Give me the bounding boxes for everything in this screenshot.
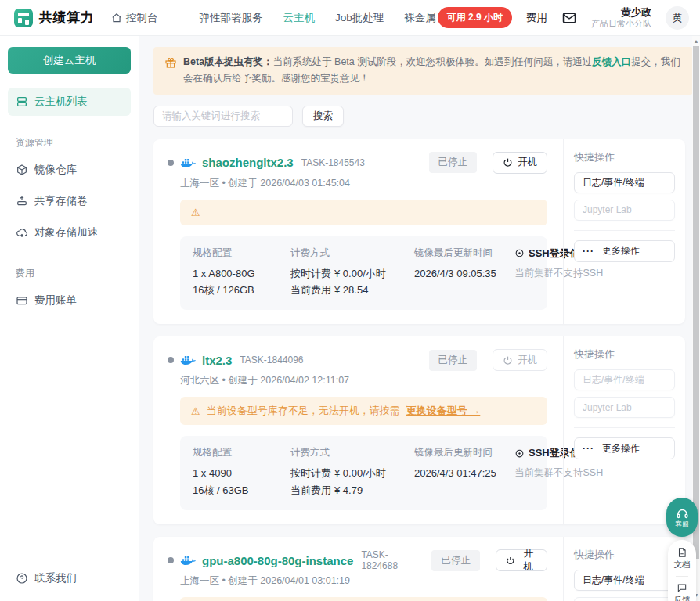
sidebar-item-fee-bill[interactable]: 费用账单 <box>8 286 131 315</box>
status-dot <box>168 160 174 166</box>
nav-job-batch[interactable]: Job批处理 <box>335 11 384 25</box>
docker-whale-icon <box>180 157 196 169</box>
home-icon <box>111 13 122 23</box>
contact-us-link[interactable]: 联系我们 <box>8 571 85 585</box>
feedback-float-button[interactable]: 反馈 <box>674 582 691 601</box>
message-icon[interactable] <box>561 10 577 26</box>
ellipsis-icon: ··· <box>583 443 594 454</box>
power-on-button[interactable]: 开机 <box>496 549 547 571</box>
docs-float-button[interactable]: 文档 <box>674 547 691 570</box>
quick-action-button[interactable]: Jupyter Lab <box>574 597 675 601</box>
create-vm-button[interactable]: 创建云主机 <box>8 47 131 74</box>
nav-cloud-host[interactable]: 云主机 <box>283 11 316 25</box>
quick-ops-panel: 快捷操作 日志/事件/终端Jupyter Lab ··· 更多操作 <box>563 336 685 524</box>
header-right: 可用 2.9 小时 费用 黄少政 产品日常小分队 黄 <box>438 6 689 30</box>
image-time-column: 镜像最后更新时间 2026/4/3 01:47:25 <box>414 446 508 498</box>
change-device-type-link[interactable]: 更换设备型号 → <box>406 404 481 418</box>
brand-logo-text: 共绩算力 <box>39 9 94 27</box>
vm-name[interactable]: shaozhengltx2.3 <box>202 156 294 169</box>
nav-elastic-deploy[interactable]: 弹性部署服务 <box>200 11 263 25</box>
scrollbar-thumb[interactable] <box>693 46 699 559</box>
quick-ops-title: 快捷操作 <box>574 548 675 562</box>
sidebar-item-image-repo[interactable]: 镜像仓库 <box>8 156 131 184</box>
sidebar-item-shared-volume[interactable]: 共享存储卷 <box>8 187 131 215</box>
warning-triangle-icon: ⚠ <box>191 405 200 417</box>
search-row: 搜索 <box>153 106 693 127</box>
billing-column: 计费方式 按时计费¥ 0.00/小时当前费用¥ 4.79 <box>290 446 408 498</box>
gift-icon <box>164 56 177 69</box>
user-name: 黄少政 <box>591 6 651 19</box>
sidebar-item-object-storage[interactable]: 对象存储加速 <box>8 218 131 247</box>
power-on-button[interactable]: 开机 <box>493 152 547 174</box>
support-float-button[interactable]: 客服 <box>666 498 698 537</box>
billing-line: 当前费用¥ 4.79 <box>290 482 408 498</box>
feedback-entry-link[interactable]: 反馈入口 <box>592 56 631 67</box>
vm-status-badge: 已停止 <box>429 350 478 371</box>
help-circle-icon <box>16 572 28 585</box>
billing-line: 当前费用¥ 28.54 <box>290 282 408 298</box>
sidebar-item-vm-list[interactable]: 云主机列表 <box>8 88 131 116</box>
vm-card: ltx2.3 TASK-1844096 已停止 开机 河北六区 • 创建于 20… <box>153 336 685 524</box>
stock-warning-banner: ⚠ 当前设备型号库存不足，无法开机，请按需 更换设备型号 → <box>180 397 547 425</box>
vm-detail-box: 规格配置 1 x A800-80G16核 / 126GB 计费方式 按时计费¥ … <box>180 236 547 311</box>
vm-task-id: TASK-1844096 <box>240 354 303 365</box>
float-pill: 文档 反馈 <box>668 540 696 601</box>
spec-line: 16核 / 63GB <box>193 482 284 498</box>
beta-notice-banner: Beta版本捉虫有奖：当前系统处于 Beta 测试阶段，欢迎您积极体验。如遇到任… <box>153 47 693 95</box>
quick-action-button[interactable]: 日志/事件/终端 <box>574 570 675 591</box>
spec-column: 规格配置 1 x A800-80G16核 / 126GB <box>193 247 284 299</box>
storage-volume-icon <box>16 195 28 207</box>
vm-detail-box: 规格配置 1 x 409016核 / 63GB 计费方式 按时计费¥ 0.00/… <box>180 436 547 510</box>
search-input[interactable] <box>153 106 293 127</box>
server-list-icon <box>16 95 28 108</box>
quick-ops-panel: 快捷操作 日志/事件/终端Jupyter Lab ··· 更多操作 <box>563 139 685 325</box>
available-hours-badge[interactable]: 可用 2.9 小时 <box>438 7 512 28</box>
quick-action-button[interactable]: Jupyter Lab <box>574 200 675 221</box>
brand-logo[interactable]: 共绩算力 <box>14 9 94 27</box>
sidebar: 创建云主机 云主机列表 资源管理 镜像仓库 共享存储卷 对象存储加速 费用 <box>0 36 139 601</box>
billing-link[interactable]: 费用 <box>526 11 547 25</box>
avatar[interactable]: 黄 <box>666 6 689 30</box>
power-icon <box>503 157 513 167</box>
quick-ops-panel: 快捷操作 日志/事件/终端Jupyter LabVS Code ··· 更多操作 <box>563 537 685 601</box>
feedback-chat-icon <box>677 582 687 593</box>
beta-notice-text: Beta版本捉虫有奖：当前系统处于 Beta 测试阶段，欢迎您积极体验。如遇到任… <box>183 54 682 88</box>
main-nav: 控制台 弹性部署服务 云主机 Job批处理 裸金属 <box>111 11 436 25</box>
ssh-target-icon <box>514 448 525 459</box>
vm-meta: 上海一区 • 创建于 2026/04/01 03:01:19 <box>180 574 547 588</box>
quick-action-button[interactable]: 日志/事件/终端 <box>574 369 675 390</box>
app-window: 共绩算力 控制台 弹性部署服务 云主机 Job批处理 裸金属 可用 2.9 小时… <box>0 0 700 601</box>
float-pill-divider <box>676 576 688 577</box>
vm-task-id: TASK-1824688 <box>361 549 419 571</box>
document-icon <box>677 547 687 558</box>
quick-action-button[interactable]: Jupyter Lab <box>574 397 675 418</box>
scrollbar-up-arrow[interactable]: ▲ <box>692 38 700 45</box>
package-icon <box>16 164 28 176</box>
user-info[interactable]: 黄少政 产品日常小分队 <box>591 6 651 30</box>
user-team: 产品日常小分队 <box>591 19 651 30</box>
docker-whale-icon <box>180 554 196 567</box>
support-label: 客服 <box>675 521 689 528</box>
sidebar-section-fee: 费用 <box>8 267 131 280</box>
billing-line: 按时计费¥ 0.00/小时 <box>290 265 408 282</box>
power-icon <box>506 556 515 566</box>
vm-status-badge: 已停止 <box>429 152 478 173</box>
spec-line: 1 x 4090 <box>193 465 284 481</box>
quick-action-button[interactable]: 日志/事件/终端 <box>574 172 675 193</box>
top-navbar: 共绩算力 控制台 弹性部署服务 云主机 Job批处理 裸金属 可用 2.9 小时… <box>0 0 700 36</box>
more-ops-button[interactable]: ··· 更多操作 <box>574 437 675 459</box>
billing-line: 按时计费¥ 0.00/小时 <box>290 465 408 481</box>
spec-line: 1 x A800-80G <box>193 265 284 282</box>
vm-name[interactable]: gpu-a800-80g-80g-instance <box>202 554 353 567</box>
spec-column: 规格配置 1 x 409016核 / 63GB <box>193 446 284 498</box>
ellipsis-icon: ··· <box>583 246 594 257</box>
power-on-button[interactable]: 开机 <box>493 349 547 371</box>
search-button[interactable]: 搜索 <box>302 106 344 127</box>
billing-column: 计费方式 按时计费¥ 0.00/小时当前费用¥ 28.54 <box>290 247 408 299</box>
spec-line: 16核 / 126GB <box>193 282 284 298</box>
more-ops-button[interactable]: ··· 更多操作 <box>574 240 675 262</box>
nav-console[interactable]: 控制台 <box>111 11 158 25</box>
nav-bare-metal[interactable]: 裸金属 <box>404 11 436 25</box>
vm-name[interactable]: ltx2.3 <box>202 354 232 367</box>
vm-card: shaozhengltx2.3 TASK-1845543 已停止 开机 上海一区… <box>153 139 685 325</box>
